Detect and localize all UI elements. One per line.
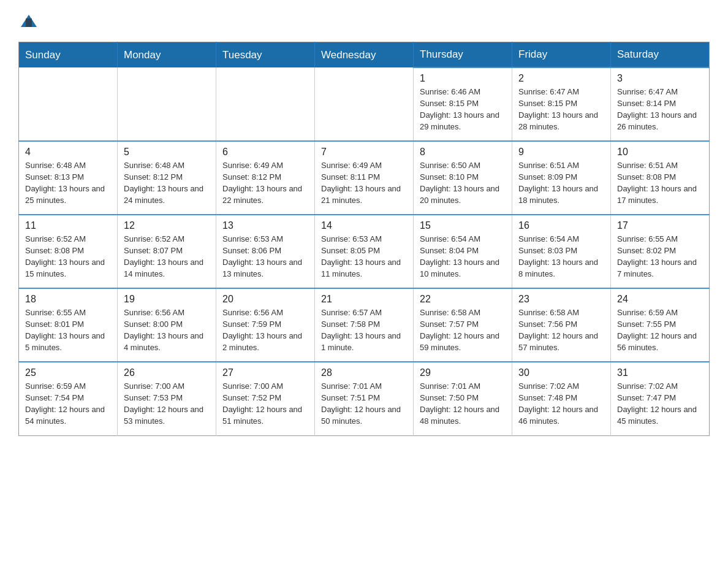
day-info: Sunrise: 6:57 AMSunset: 7:58 PMDaylight:… [321, 307, 407, 353]
calendar-cell: 8Sunrise: 6:50 AMSunset: 8:10 PMDaylight… [414, 141, 512, 215]
day-info: Sunrise: 6:56 AMSunset: 8:00 PMDaylight:… [124, 307, 210, 353]
col-header-sunday: Sunday [19, 42, 118, 68]
day-number: 10 [617, 147, 703, 158]
day-number: 21 [321, 294, 407, 305]
day-info: Sunrise: 6:55 AMSunset: 8:01 PMDaylight:… [25, 307, 111, 353]
calendar-cell: 14Sunrise: 6:53 AMSunset: 8:05 PMDayligh… [315, 215, 414, 288]
col-header-tuesday: Tuesday [216, 42, 315, 68]
day-info: Sunrise: 7:01 AMSunset: 7:51 PMDaylight:… [321, 381, 407, 427]
calendar-cell: 28Sunrise: 7:01 AMSunset: 7:51 PMDayligh… [315, 362, 414, 435]
col-header-saturday: Saturday [611, 42, 710, 68]
calendar-cell: 24Sunrise: 6:59 AMSunset: 7:55 PMDayligh… [611, 288, 710, 362]
day-info: Sunrise: 6:48 AMSunset: 8:13 PMDaylight:… [25, 160, 111, 206]
day-number: 31 [617, 367, 703, 378]
calendar-cell: 11Sunrise: 6:52 AMSunset: 8:08 PMDayligh… [19, 215, 118, 288]
day-info: Sunrise: 6:47 AMSunset: 8:15 PMDaylight:… [518, 86, 604, 132]
day-number: 16 [518, 220, 604, 231]
day-info: Sunrise: 6:59 AMSunset: 7:54 PMDaylight:… [25, 381, 111, 427]
calendar-cell: 23Sunrise: 6:58 AMSunset: 7:56 PMDayligh… [512, 288, 611, 362]
calendar-cell: 10Sunrise: 6:51 AMSunset: 8:08 PMDayligh… [611, 141, 710, 215]
col-header-thursday: Thursday [414, 42, 512, 68]
day-info: Sunrise: 6:49 AMSunset: 8:12 PMDaylight:… [222, 160, 308, 206]
day-info: Sunrise: 6:47 AMSunset: 8:14 PMDaylight:… [617, 86, 703, 132]
day-info: Sunrise: 7:02 AMSunset: 7:48 PMDaylight:… [518, 381, 604, 427]
day-number: 20 [222, 294, 308, 305]
day-number: 3 [617, 73, 703, 84]
calendar-cell [216, 67, 315, 141]
day-info: Sunrise: 7:02 AMSunset: 7:47 PMDaylight:… [617, 381, 703, 427]
day-info: Sunrise: 6:55 AMSunset: 8:02 PMDaylight:… [617, 234, 703, 280]
day-info: Sunrise: 6:51 AMSunset: 8:08 PMDaylight:… [617, 160, 703, 206]
day-info: Sunrise: 7:00 AMSunset: 7:52 PMDaylight:… [222, 381, 308, 427]
day-number: 8 [420, 147, 506, 158]
day-info: Sunrise: 7:00 AMSunset: 7:53 PMDaylight:… [124, 381, 210, 427]
calendar-cell: 4Sunrise: 6:48 AMSunset: 8:13 PMDaylight… [19, 141, 118, 215]
calendar-cell: 13Sunrise: 6:53 AMSunset: 8:06 PMDayligh… [216, 215, 315, 288]
day-number: 22 [420, 294, 506, 305]
day-number: 17 [617, 220, 703, 231]
calendar-cell: 25Sunrise: 6:59 AMSunset: 7:54 PMDayligh… [19, 362, 118, 435]
calendar-cell [19, 67, 118, 141]
day-number: 28 [321, 367, 407, 378]
col-header-friday: Friday [512, 42, 611, 68]
day-number: 19 [124, 294, 210, 305]
calendar-table: SundayMondayTuesdayWednesdayThursdayFrid… [18, 42, 710, 436]
day-info: Sunrise: 6:46 AMSunset: 8:15 PMDaylight:… [420, 86, 506, 132]
calendar-cell: 12Sunrise: 6:52 AMSunset: 8:07 PMDayligh… [118, 215, 216, 288]
day-number: 12 [124, 220, 210, 231]
day-info: Sunrise: 6:50 AMSunset: 8:10 PMDaylight:… [420, 160, 506, 206]
day-info: Sunrise: 6:49 AMSunset: 8:11 PMDaylight:… [321, 160, 407, 206]
calendar-cell: 20Sunrise: 6:56 AMSunset: 7:59 PMDayligh… [216, 288, 315, 362]
day-number: 5 [124, 147, 210, 158]
week-row-4: 18Sunrise: 6:55 AMSunset: 8:01 PMDayligh… [19, 288, 710, 362]
day-number: 6 [222, 147, 308, 158]
day-info: Sunrise: 7:01 AMSunset: 7:50 PMDaylight:… [420, 381, 506, 427]
calendar-cell: 17Sunrise: 6:55 AMSunset: 8:02 PMDayligh… [611, 215, 710, 288]
day-number: 15 [420, 220, 506, 231]
day-number: 2 [518, 73, 604, 84]
day-number: 26 [124, 367, 210, 378]
day-info: Sunrise: 6:52 AMSunset: 8:07 PMDaylight:… [124, 234, 210, 280]
week-row-5: 25Sunrise: 6:59 AMSunset: 7:54 PMDayligh… [19, 362, 710, 435]
calendar-cell: 5Sunrise: 6:48 AMSunset: 8:12 PMDaylight… [118, 141, 216, 215]
day-number: 1 [420, 73, 506, 84]
day-info: Sunrise: 6:59 AMSunset: 7:55 PMDaylight:… [617, 307, 703, 353]
day-number: 30 [518, 367, 604, 378]
day-info: Sunrise: 6:53 AMSunset: 8:06 PMDaylight:… [222, 234, 308, 280]
week-row-1: 1Sunrise: 6:46 AMSunset: 8:15 PMDaylight… [19, 67, 710, 141]
day-number: 7 [321, 147, 407, 158]
calendar-cell: 16Sunrise: 6:54 AMSunset: 8:03 PMDayligh… [512, 215, 611, 288]
calendar-cell: 27Sunrise: 7:00 AMSunset: 7:52 PMDayligh… [216, 362, 315, 435]
calendar-cell: 22Sunrise: 6:58 AMSunset: 7:57 PMDayligh… [414, 288, 512, 362]
calendar-cell [315, 67, 414, 141]
calendar-cell: 29Sunrise: 7:01 AMSunset: 7:50 PMDayligh… [414, 362, 512, 435]
calendar-cell: 7Sunrise: 6:49 AMSunset: 8:11 PMDaylight… [315, 141, 414, 215]
calendar-cell: 3Sunrise: 6:47 AMSunset: 8:14 PMDaylight… [611, 67, 710, 141]
day-info: Sunrise: 6:51 AMSunset: 8:09 PMDaylight:… [518, 160, 604, 206]
calendar-cell: 18Sunrise: 6:55 AMSunset: 8:01 PMDayligh… [19, 288, 118, 362]
week-row-2: 4Sunrise: 6:48 AMSunset: 8:13 PMDaylight… [19, 141, 710, 215]
calendar-cell: 1Sunrise: 6:46 AMSunset: 8:15 PMDaylight… [414, 67, 512, 141]
day-number: 23 [518, 294, 604, 305]
day-info: Sunrise: 6:53 AMSunset: 8:05 PMDaylight:… [321, 234, 407, 280]
calendar-cell: 21Sunrise: 6:57 AMSunset: 7:58 PMDayligh… [315, 288, 414, 362]
day-number: 9 [518, 147, 604, 158]
calendar-cell: 30Sunrise: 7:02 AMSunset: 7:48 PMDayligh… [512, 362, 611, 435]
day-info: Sunrise: 6:48 AMSunset: 8:12 PMDaylight:… [124, 160, 210, 206]
day-number: 25 [25, 367, 111, 378]
calendar-cell: 26Sunrise: 7:00 AMSunset: 7:53 PMDayligh… [118, 362, 216, 435]
day-info: Sunrise: 6:52 AMSunset: 8:08 PMDaylight:… [25, 234, 111, 280]
svg-marker-1 [26, 18, 32, 27]
calendar-header-row: SundayMondayTuesdayWednesdayThursdayFrid… [19, 42, 710, 68]
logo [18, 12, 38, 29]
day-info: Sunrise: 6:54 AMSunset: 8:04 PMDaylight:… [420, 234, 506, 280]
calendar-cell: 31Sunrise: 7:02 AMSunset: 7:47 PMDayligh… [611, 362, 710, 435]
week-row-3: 11Sunrise: 6:52 AMSunset: 8:08 PMDayligh… [19, 215, 710, 288]
calendar-cell: 15Sunrise: 6:54 AMSunset: 8:04 PMDayligh… [414, 215, 512, 288]
calendar-cell: 6Sunrise: 6:49 AMSunset: 8:12 PMDaylight… [216, 141, 315, 215]
day-number: 27 [222, 367, 308, 378]
day-info: Sunrise: 6:58 AMSunset: 7:56 PMDaylight:… [518, 307, 604, 353]
day-number: 14 [321, 220, 407, 231]
calendar-cell [118, 67, 216, 141]
page-header [18, 12, 710, 29]
